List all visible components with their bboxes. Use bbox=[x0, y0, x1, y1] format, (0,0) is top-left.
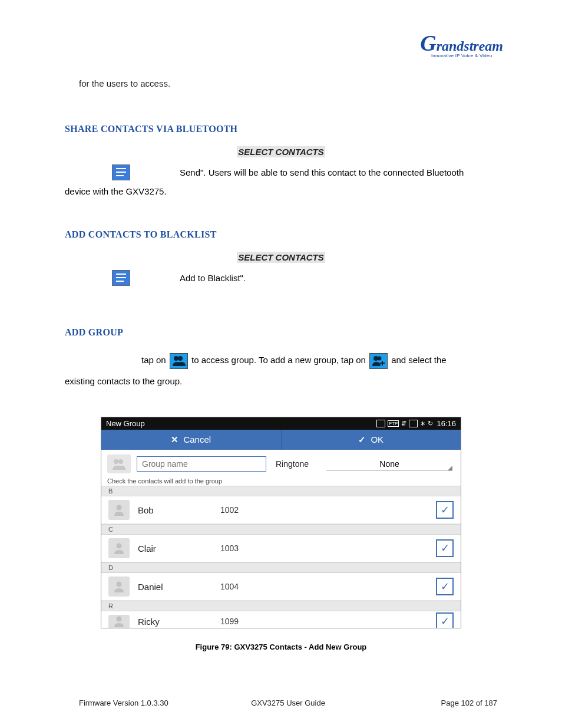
contact-name: Bob bbox=[138, 505, 220, 515]
contact-checkbox[interactable]: ✓ bbox=[436, 612, 454, 628]
svg-point-11 bbox=[117, 617, 122, 622]
page-footer: Firmware Version 1.0.3.30 GXV3275 User G… bbox=[79, 699, 497, 707]
addgroup-text-c: and select the bbox=[391, 355, 446, 365]
check-icon: ✓ bbox=[358, 434, 366, 444]
sync-icon: ↻ bbox=[428, 420, 433, 427]
contact-avatar-icon bbox=[108, 615, 130, 628]
screenshot-new-group: New Group FTP ⇵ ∗ ↻ 16:16 ✕Cancel ✓OK bbox=[101, 417, 461, 628]
keyboard-icon bbox=[409, 420, 418, 427]
contact-checkbox[interactable]: ✓ bbox=[436, 501, 454, 519]
ringtone-selector[interactable]: None bbox=[326, 457, 452, 471]
svg-point-3 bbox=[378, 356, 382, 360]
contact-number: 1004 bbox=[220, 582, 239, 591]
contact-checkbox[interactable]: ✓ bbox=[436, 578, 454, 595]
contact-checkbox[interactable]: ✓ bbox=[436, 539, 454, 557]
ftp-icon: FTP bbox=[388, 420, 399, 427]
group-avatar-icon bbox=[107, 454, 131, 473]
figure-caption: Figure 79: GXV3275 Contacts - Add New Gr… bbox=[65, 643, 497, 651]
footer-page: Page 102 of 187 bbox=[358, 699, 497, 707]
dropdown-icon bbox=[448, 466, 452, 470]
heading-bluetooth: SHARE CONTACTS VIA BLUETOOTH bbox=[65, 124, 497, 134]
svg-point-8 bbox=[117, 505, 122, 510]
contact-avatar-icon bbox=[108, 500, 130, 520]
group-name-input[interactable] bbox=[137, 456, 266, 472]
heading-addgroup: ADD GROUP bbox=[65, 327, 497, 338]
heading-blacklist: ADD CONTACTS TO BLACKLIST bbox=[65, 229, 497, 240]
contact-row[interactable]: Clair1003✓ bbox=[101, 535, 461, 562]
footer-title: GXV3275 User Guide bbox=[219, 699, 358, 707]
ringtone-label: Ringtone bbox=[276, 459, 309, 469]
contact-number: 1099 bbox=[220, 617, 239, 626]
blacklist-text-right: Add to Blacklist". bbox=[180, 273, 497, 283]
contact-list: BBob1002✓CClair1003✓DDaniel1004✓RRicky10… bbox=[101, 486, 461, 628]
svg-point-7 bbox=[118, 459, 123, 464]
contact-name: Daniel bbox=[138, 582, 220, 592]
select-contacts-label: SELECT CONTACTS bbox=[237, 146, 325, 157]
select-contacts-label: SELECT CONTACTS bbox=[237, 252, 325, 263]
section-divider: C bbox=[101, 524, 461, 535]
picture-icon bbox=[376, 420, 385, 427]
contact-avatar-icon bbox=[108, 577, 130, 597]
ok-label: OK bbox=[371, 434, 384, 444]
section-divider: R bbox=[101, 601, 461, 611]
addgroup-text-a: tap on bbox=[141, 355, 166, 365]
menu-icon bbox=[112, 270, 130, 286]
addgroup-line1: tap on to access group. To add a new gro… bbox=[141, 350, 497, 371]
svg-point-1 bbox=[178, 356, 183, 361]
contact-row[interactable]: Daniel1004✓ bbox=[101, 573, 461, 601]
contact-number: 1002 bbox=[220, 505, 239, 515]
section-divider: B bbox=[101, 486, 461, 496]
clock: 16:16 bbox=[437, 419, 456, 428]
network-icon: ⇵ bbox=[401, 420, 406, 427]
svg-point-0 bbox=[174, 356, 178, 361]
window-title: New Group bbox=[106, 419, 145, 428]
ringtone-value: None bbox=[379, 459, 399, 469]
bluetooth-text-right: Send". Users will be able to send this c… bbox=[180, 167, 497, 177]
hint-text: Check the contacts will add to the group bbox=[101, 476, 461, 486]
group-add-icon bbox=[369, 353, 388, 369]
addgroup-text-d: existing contacts to the group. bbox=[65, 371, 497, 392]
screenshot-titlebar: New Group FTP ⇵ ∗ ↻ 16:16 bbox=[101, 417, 461, 430]
logo-tagline: Innovative IP Voice & Video bbox=[420, 53, 503, 58]
close-icon: ✕ bbox=[171, 434, 178, 444]
status-icons: FTP ⇵ ∗ ↻ 16:16 bbox=[376, 419, 456, 428]
svg-point-6 bbox=[114, 459, 118, 464]
contact-name: Clair bbox=[138, 543, 220, 554]
cancel-button[interactable]: ✕Cancel bbox=[101, 430, 282, 450]
contact-number: 1003 bbox=[220, 543, 239, 553]
svg-point-9 bbox=[117, 543, 122, 549]
intro-text: for the users to access. bbox=[79, 77, 497, 91]
addgroup-text-b: to access group. To add a new group, tap… bbox=[191, 355, 366, 365]
footer-firmware: Firmware Version 1.0.3.30 bbox=[79, 699, 219, 707]
menu-icon bbox=[112, 164, 130, 180]
section-divider: D bbox=[101, 562, 461, 573]
svg-point-10 bbox=[117, 582, 122, 587]
contact-avatar-icon bbox=[108, 538, 130, 558]
brand-logo: Grandstream Innovative IP Voice & Video bbox=[420, 34, 503, 58]
logo-mark: Grandstream bbox=[420, 34, 503, 52]
ok-button[interactable]: ✓OK bbox=[282, 430, 461, 450]
contact-row[interactable]: Ricky1099✓ bbox=[101, 611, 461, 628]
cancel-label: Cancel bbox=[183, 434, 211, 444]
contact-row[interactable]: Bob1002✓ bbox=[101, 496, 461, 524]
svg-rect-5 bbox=[380, 363, 385, 364]
contact-name: Ricky bbox=[138, 617, 220, 627]
bluetooth-icon: ∗ bbox=[420, 420, 425, 427]
group-icon bbox=[170, 353, 188, 369]
bluetooth-text-below: device with the GXV3275. bbox=[65, 186, 497, 196]
